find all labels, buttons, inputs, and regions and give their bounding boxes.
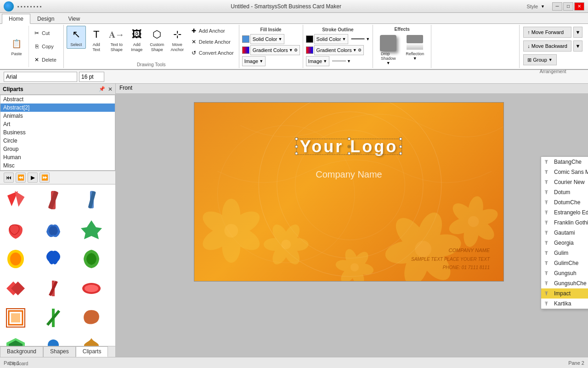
move-forward-dropdown[interactable]: ▼ <box>573 27 582 38</box>
tab-cliparts[interactable]: Cliparts <box>76 346 108 357</box>
reflection-button[interactable]: Reflection ▼ <box>402 34 427 67</box>
clipart-item[interactable] <box>2 275 29 302</box>
clipart-item[interactable] <box>78 275 105 302</box>
tab-shapes[interactable]: Shapes <box>43 346 76 357</box>
category-listbox[interactable]: Abstract Abstract[2] Animals Art Busines… <box>0 95 115 171</box>
list-item[interactable]: Abstract[2] <box>0 104 115 112</box>
font-dropdown[interactable]: Ŧ BatangChe Ŧ Comic Sans MS Ŧ Courier Ne… <box>541 156 588 309</box>
style-dropdown-icon[interactable]: ▼ <box>541 4 545 9</box>
font-item-gungsuhche[interactable]: Ŧ GungsuhChe <box>541 278 588 288</box>
stroke-width-dropdown[interactable]: ▼ <box>366 37 370 41</box>
clipart-item[interactable] <box>40 275 67 302</box>
stroke-circle-dropdown[interactable]: ▼ <box>347 59 351 63</box>
tab-background[interactable]: Background <box>0 346 43 357</box>
copy-button[interactable]: ⎘ Copy <box>31 41 59 52</box>
list-item[interactable]: Human <box>0 153 115 161</box>
font-item-kartika[interactable]: Ŧ Kartika <box>541 299 588 309</box>
cut-button[interactable]: ✂ Cut <box>31 28 59 38</box>
font-item-courier[interactable]: Ŧ Courier New <box>541 177 588 187</box>
font-item-gautami[interactable]: Ŧ Gautami <box>541 228 588 238</box>
custom-shape-button[interactable]: ⬡ CustomShape <box>147 26 167 54</box>
list-item[interactable]: Misc <box>0 161 115 170</box>
tab-home[interactable]: Home <box>2 14 30 24</box>
font-name-input[interactable] <box>4 72 77 82</box>
fill-image-button[interactable]: Image ▼ <box>242 56 266 66</box>
move-backward-button[interactable]: ↓ Move Backward <box>523 40 571 52</box>
list-item[interactable]: Animals <box>0 112 115 120</box>
tab-design[interactable]: Design <box>30 14 61 23</box>
fill-solid-color-button[interactable]: Solid Color ▼ <box>250 34 285 44</box>
delete-anchor-button[interactable]: ✕ Delete Anchor <box>188 37 236 47</box>
font-item-label: Gungsuh <box>554 270 577 276</box>
player-next-button[interactable]: ⏩ <box>40 172 50 183</box>
fill-gradient-button[interactable]: Gradient Colors ▼ ⚙ <box>250 45 300 55</box>
delete-anchor-icon: ✕ <box>190 38 198 46</box>
add-image-button[interactable]: 🖼 AddImage <box>127 26 147 54</box>
list-item[interactable]: Business <box>0 128 115 137</box>
clipart-item[interactable] <box>78 216 105 243</box>
card-logo-area[interactable]: Your Logo <box>300 137 398 156</box>
list-item[interactable]: Abstract <box>0 95 115 104</box>
clipart-item[interactable] <box>40 245 67 273</box>
move-anchor-label: MoveAnchor <box>171 42 184 52</box>
reflection-dropdown[interactable]: ▼ <box>413 56 417 61</box>
font-item-georgia[interactable]: Ŧ Georgia <box>541 238 588 248</box>
list-item[interactable]: Art <box>0 120 115 128</box>
delete-button[interactable]: ✕ Delete <box>31 55 59 65</box>
font-item-impact[interactable]: Ŧ Impact mf <box>541 288 588 299</box>
clipart-item[interactable] <box>78 304 105 332</box>
minimize-button[interactable]: ─ <box>552 2 562 11</box>
player-prev-button[interactable]: ⏪ <box>16 172 26 183</box>
card-canvas[interactable]: Your Logo <box>194 102 504 282</box>
tab-view[interactable]: View <box>61 14 87 23</box>
select-button[interactable]: ↖ Select <box>67 26 86 49</box>
clipart-item[interactable] <box>78 245 105 273</box>
stroke-image-button[interactable]: Image ▼ <box>306 56 330 66</box>
move-backward-dropdown[interactable]: ▼ <box>573 40 582 52</box>
clipart-item[interactable] <box>40 186 67 214</box>
convert-anchor-button[interactable]: ↺ Convert Anchor <box>188 48 236 58</box>
move-anchor-button[interactable]: ⊹ MoveAnchor <box>168 26 187 54</box>
font-item-gungsuh[interactable]: Ŧ Gungsuh <box>541 268 588 278</box>
clipart-item[interactable] <box>40 304 67 332</box>
paste-button[interactable]: 📋 Paste <box>6 35 27 58</box>
clipart-item[interactable] <box>2 245 29 273</box>
panel-close-button[interactable]: ✕ <box>108 86 113 92</box>
font-item-gulim[interactable]: Ŧ Gulim <box>541 248 588 258</box>
close-button[interactable]: ✕ <box>574 2 584 11</box>
clipart-item[interactable] <box>40 334 67 346</box>
clipart-item[interactable] <box>40 216 67 243</box>
clipart-item[interactable] <box>2 334 29 346</box>
clipart-item[interactable] <box>2 216 29 243</box>
font-type-icon: Ŧ <box>545 250 551 256</box>
move-forward-button[interactable]: ↑ Move Forward <box>523 27 571 38</box>
panel-pin-icon[interactable]: 📌 <box>99 86 105 92</box>
maximize-button[interactable]: □ <box>563 2 573 11</box>
font-size-input[interactable] <box>79 72 104 82</box>
add-text-button[interactable]: T AddText <box>87 26 106 54</box>
player-prev-prev-button[interactable]: ⏮ <box>4 172 14 183</box>
font-item-batangche[interactable]: Ŧ BatangChe <box>541 157 588 167</box>
clipart-item[interactable] <box>78 334 105 346</box>
player-play-button[interactable]: ▶ <box>28 172 38 183</box>
cliparts-grid[interactable] <box>0 184 115 346</box>
group-button[interactable]: ⊞ Group ▼ <box>523 54 557 65</box>
clipart-item[interactable] <box>2 186 29 214</box>
list-item[interactable]: Circle <box>0 137 115 145</box>
add-anchor-button[interactable]: ✚ Add Anchor <box>188 26 236 36</box>
drop-shadow-dropdown[interactable]: ▼ <box>386 61 390 65</box>
font-item-gulimche[interactable]: Ŧ GulimChe <box>541 258 588 268</box>
font-item-comic[interactable]: Ŧ Comic Sans MS <box>541 167 588 177</box>
drop-shadow-button[interactable]: DropShadow ▼ <box>377 34 400 67</box>
list-item[interactable]: Group <box>0 145 115 153</box>
clipart-item[interactable] <box>78 186 105 214</box>
card-company-name-area[interactable]: Company Name <box>316 169 382 180</box>
text-to-shape-button[interactable]: 𝐀→ Text toShape <box>107 26 126 54</box>
font-item-dotumche[interactable]: Ŧ DotumChe <box>541 197 588 207</box>
stroke-gradient-button[interactable]: Gradient Colors ▼ ⚙ <box>314 45 364 55</box>
font-item-dotum[interactable]: Ŧ Dotum <box>541 187 588 197</box>
clipart-item[interactable] <box>2 304 29 332</box>
stroke-solid-color-button[interactable]: Solid Color ▼ <box>314 34 349 44</box>
font-item-estrangelo[interactable]: Ŧ Estrangelo Edessa <box>541 207 588 218</box>
font-item-franklin[interactable]: Ŧ Franklin Gothic Medium <box>541 218 588 228</box>
